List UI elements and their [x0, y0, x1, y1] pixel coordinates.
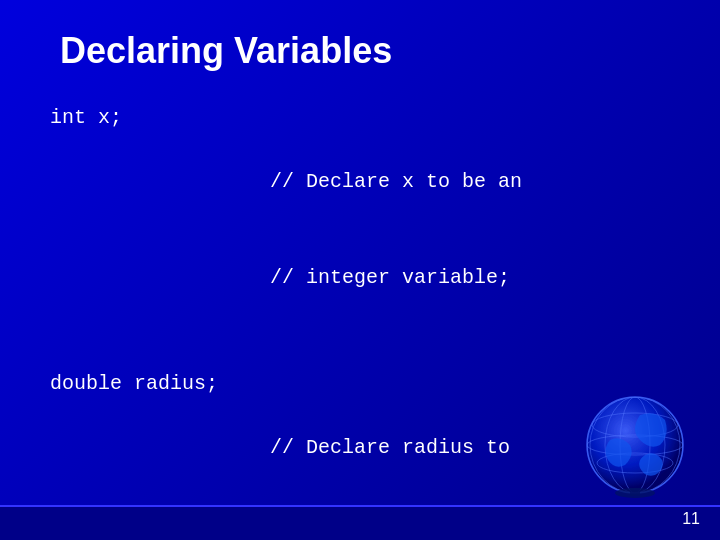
slide: Declaring Variables int x; // Declare x …	[0, 0, 720, 540]
globe-decoration	[580, 390, 690, 500]
code-declaration-1: int x;	[50, 102, 270, 134]
comment-line-1-2: // integer variable;	[270, 262, 522, 294]
code-block: int x; // Declare x to be an // integer …	[50, 102, 670, 540]
slide-title: Declaring Variables	[60, 30, 670, 72]
comment-line-2-1: // Declare radius to	[270, 432, 558, 464]
code-declaration-2: double radius;	[50, 368, 270, 400]
code-row-1: int x; // Declare x to be an // integer …	[50, 102, 670, 358]
code-comment-1: // Declare x to be an // integer variabl…	[270, 102, 522, 358]
page-number: 11	[682, 510, 700, 528]
comment-line-1-1: // Declare x to be an	[270, 166, 522, 198]
svg-point-1	[587, 397, 683, 493]
bottom-bar: 11	[0, 505, 720, 540]
svg-rect-10	[630, 488, 640, 496]
